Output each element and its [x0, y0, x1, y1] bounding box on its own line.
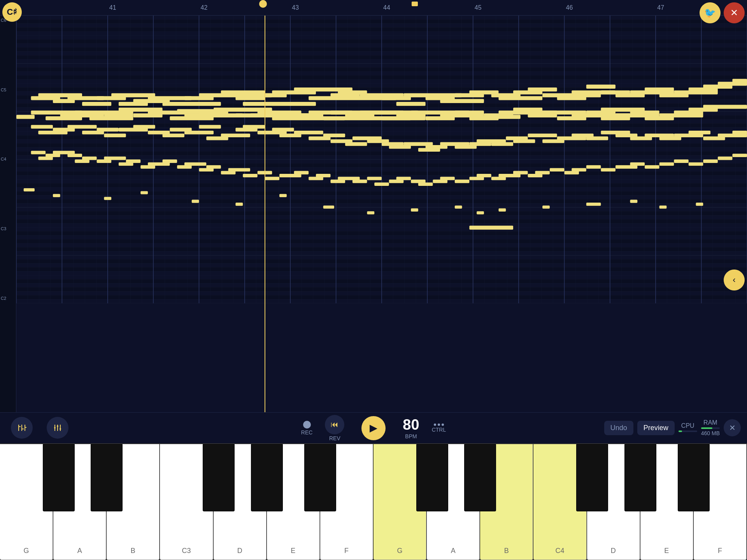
c-sharp-icon: C♯ — [7, 7, 18, 17]
black-key-9[interactable] — [678, 444, 710, 511]
bird-icon: 🐦 — [704, 7, 716, 18]
ram-stat: RAM 460 MB — [701, 419, 720, 436]
ctrl-label: CTRL — [432, 427, 446, 433]
rec-button[interactable] — [303, 421, 311, 429]
rev-label: REV — [329, 435, 340, 441]
grid-container[interactable] — [16, 16, 747, 412]
black-key-3[interactable] — [251, 444, 283, 511]
piano-label-F-18 — [1, 194, 15, 204]
ruler-tick-1 — [62, 0, 63, 15]
key-label-D: D — [237, 547, 242, 555]
key-label-A: A — [77, 547, 82, 555]
piano-label-A-16 — [1, 174, 15, 184]
black-key-4[interactable] — [304, 444, 336, 511]
piano-label-E-5 — [1, 65, 15, 75]
key-label-B: B — [131, 547, 135, 555]
key-label-B: B — [504, 547, 509, 555]
piano-label-E-26 — [1, 273, 15, 284]
bird-button[interactable]: 🐦 — [700, 2, 721, 23]
piano-label-B-22 — [1, 234, 15, 244]
ruler-tick-4: 42 — [199, 0, 208, 15]
key-label-F: F — [344, 547, 349, 555]
ram-bar-fill — [701, 427, 712, 429]
piano-label-F-11 — [1, 125, 15, 135]
ruler-tick-12: 46 — [565, 0, 573, 15]
piano-label-E-12 — [1, 135, 15, 145]
notes-canvas — [16, 16, 747, 303]
piano-label-B-15 — [1, 164, 15, 175]
piano-label-D-27 — [1, 284, 15, 294]
bpm-value[interactable]: 80 — [403, 416, 419, 433]
piano-label-D-13 — [1, 145, 15, 155]
ruler-content: 4142434445464748 — [16, 0, 747, 15]
mixer-button[interactable] — [11, 417, 33, 439]
bottom-left-tools — [6, 412, 73, 443]
ctrl-dot-2 — [438, 424, 440, 426]
close-button[interactable]: ✕ — [724, 2, 745, 23]
cpu-label: CPU — [681, 422, 694, 429]
black-key-1[interactable] — [91, 444, 123, 511]
piano-roll-area: C6C5C4C3C2 ‹ — [0, 16, 747, 412]
bpm-item[interactable]: 80 BPM — [398, 416, 424, 439]
piano-label-F-25 — [1, 264, 15, 274]
cpu-bar-fill — [679, 430, 682, 432]
ruler-tick-8: 44 — [382, 0, 390, 15]
ruler-tick-10: 45 — [473, 0, 482, 15]
ram-value: 460 MB — [701, 430, 720, 436]
key-label-E: E — [664, 547, 669, 555]
key-label-F: F — [718, 547, 722, 555]
key-label-D: D — [611, 547, 616, 555]
ram-label: RAM — [703, 419, 717, 426]
piano-label-G-3 — [1, 46, 15, 56]
key-label-C3: C3 — [182, 547, 191, 555]
eq-button[interactable] — [47, 417, 68, 439]
piano-label-B-8 — [1, 95, 15, 105]
black-key-5[interactable] — [416, 444, 448, 511]
black-key-0[interactable] — [43, 444, 75, 511]
black-key-8[interactable] — [624, 444, 656, 511]
key-label-E: E — [291, 547, 295, 555]
bottom-right-stats: Undo Preview CPU RAM 460 MB ✕ — [604, 412, 741, 443]
top-left-button[interactable]: C♯ — [2, 2, 22, 22]
play-button[interactable]: ▶ — [361, 416, 386, 440]
cpu-stat: CPU — [679, 422, 697, 433]
piano-label-B-1 — [1, 26, 15, 36]
black-key-6[interactable] — [464, 444, 496, 511]
piano-label-E-19 — [1, 204, 15, 214]
black-key-2[interactable] — [203, 444, 235, 511]
piano-label-G-10 — [1, 115, 15, 125]
key-label-A: A — [451, 547, 456, 555]
piano-label-C5-7: C5 — [1, 85, 15, 95]
svg-rect-171 — [21, 429, 24, 429]
rev-button[interactable]: ⏮ — [325, 415, 344, 434]
cpu-bar — [679, 430, 697, 432]
ctrl-dot-1 — [434, 424, 436, 426]
playhead-line — [265, 16, 265, 412]
piano-sidebar: C6C5C4C3C2 — [0, 16, 16, 412]
right-collapse-button[interactable]: ‹ — [724, 270, 745, 290]
eq-icon — [53, 423, 62, 432]
undo-button[interactable]: Undo — [604, 421, 633, 435]
piano-label-D-6 — [1, 75, 15, 85]
ruler-tick-7 — [336, 0, 338, 15]
preview-button[interactable]: Preview — [637, 421, 675, 435]
ruler-tick-2: 41 — [108, 0, 116, 15]
ctrl-dot-3 — [442, 424, 444, 426]
ctrl-button[interactable] — [434, 424, 444, 426]
app: C♯ ✕ 🐦 4142434445464748 C6C5C4C3C2 — [0, 0, 747, 560]
rev-item: ⏮ REV — [320, 415, 349, 441]
piano-label-C3-21: C3 — [1, 224, 15, 234]
ruler[interactable]: 4142434445464748 — [0, 0, 747, 16]
piano-keyboard[interactable]: GABC3DEFGABC4DEF — [0, 443, 747, 560]
black-key-7[interactable] — [576, 444, 608, 511]
transport-bar: REC ⏮ REV ▶ 80 BPM CTRL Undo Preview — [0, 412, 747, 443]
bpm-label: BPM — [405, 433, 417, 439]
rec-item: REC — [301, 421, 313, 436]
piano-label-A-23 — [1, 244, 15, 254]
ruler-tick-9 — [427, 0, 429, 15]
key-label-G: G — [397, 547, 403, 555]
svg-rect-170 — [21, 425, 22, 431]
ruler-tick-6: 43 — [290, 0, 299, 15]
key-label-G: G — [24, 547, 29, 555]
close-stats-button[interactable]: ✕ — [724, 419, 741, 436]
